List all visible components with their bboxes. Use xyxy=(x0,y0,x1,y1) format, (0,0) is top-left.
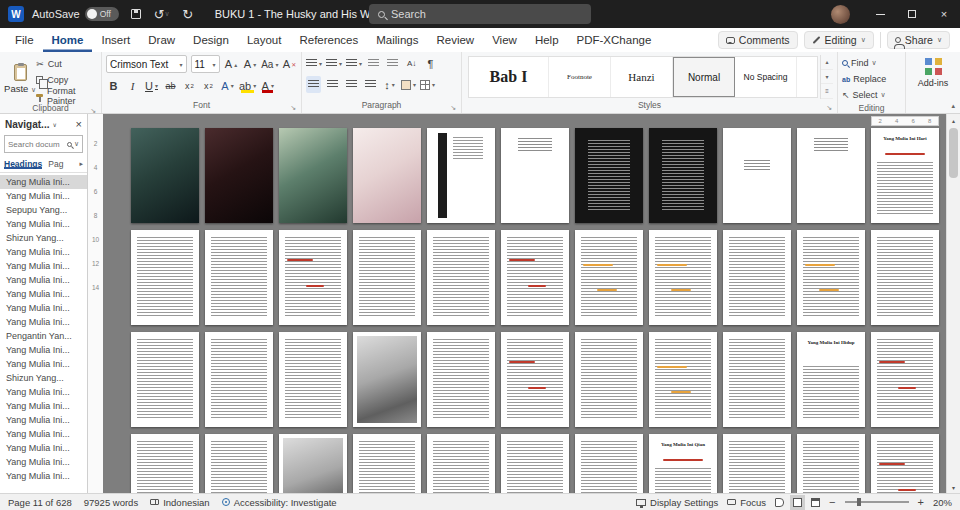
page-thumbnail[interactable] xyxy=(723,332,791,427)
nav-heading-item[interactable]: Shizun Yang... xyxy=(0,231,87,245)
page-thumbnail[interactable] xyxy=(871,434,939,493)
autosave-switch[interactable]: Off xyxy=(85,7,119,21)
page-thumbnail[interactable] xyxy=(131,332,199,427)
page-thumbnail[interactable] xyxy=(205,230,273,325)
nav-heading-item[interactable]: Pengantin Yan... xyxy=(0,329,87,343)
page-thumbnail[interactable] xyxy=(501,128,569,223)
nav-search-input[interactable]: Search docum ∨ xyxy=(4,135,83,153)
copy-button[interactable]: Copy xyxy=(36,73,97,86)
select-button[interactable]: ↖Select∨ xyxy=(842,88,901,102)
ribbon-tab-draw[interactable]: Draw xyxy=(139,28,184,52)
nav-heading-item[interactable]: Yang Mulia Ini... xyxy=(0,455,87,469)
page-thumbnail[interactable] xyxy=(279,128,347,223)
strikethrough-button[interactable]: ab xyxy=(163,77,178,94)
ribbon-tab-view[interactable]: View xyxy=(483,28,526,52)
align-right-button[interactable] xyxy=(344,76,359,93)
ribbon-tab-file[interactable]: File xyxy=(6,28,43,52)
comments-button[interactable]: Comments xyxy=(718,31,798,49)
italic-button[interactable]: I xyxy=(125,77,140,94)
align-left-button[interactable] xyxy=(306,76,321,93)
font-dialog-launcher-icon[interactable]: ↘ xyxy=(290,101,296,114)
page-thumbnail[interactable] xyxy=(649,230,717,325)
ribbon-tab-insert[interactable]: Insert xyxy=(92,28,139,52)
nav-heading-item[interactable]: Yang Mulia Ini... xyxy=(0,259,87,273)
display-settings-button[interactable]: Display Settings xyxy=(636,497,718,508)
show-marks-button[interactable]: ¶ xyxy=(423,55,438,72)
styles-gallery-expand-icon[interactable]: ≡ xyxy=(821,84,833,99)
shading-button[interactable]: ▾ xyxy=(401,76,416,93)
multilevel-list-button[interactable]: ▾ xyxy=(346,55,362,72)
zoom-level-button[interactable]: 20% xyxy=(933,497,952,508)
web-layout-button[interactable] xyxy=(811,498,820,507)
search-box[interactable]: Search xyxy=(369,4,591,24)
superscript-button[interactable]: x2 xyxy=(201,77,216,94)
nav-heading-item[interactable]: Yang Mulia Ini... xyxy=(0,427,87,441)
scrollbar-thumb[interactable] xyxy=(949,128,958,178)
nav-heading-item[interactable]: Yang Mulia Ini... xyxy=(0,469,87,483)
ribbon-tab-references[interactable]: References xyxy=(290,28,367,52)
font-color-button[interactable]: A▾ xyxy=(260,77,275,94)
page-thumbnail[interactable] xyxy=(501,332,569,427)
font-size-combo[interactable]: 11▾ xyxy=(191,55,220,73)
page-thumbnail[interactable] xyxy=(649,332,717,427)
page-thumbnail[interactable] xyxy=(575,332,643,427)
shrink-font-button[interactable]: A▾ xyxy=(243,56,258,73)
page-thumbnail[interactable] xyxy=(205,332,273,427)
bold-button[interactable]: B xyxy=(106,77,121,94)
highlight-color-button[interactable]: ab▾ xyxy=(239,77,256,94)
close-button[interactable]: × xyxy=(928,0,960,28)
zoom-slider[interactable] xyxy=(845,501,909,503)
page-thumbnail[interactable] xyxy=(797,230,865,325)
page-thumbnail[interactable] xyxy=(575,434,643,493)
numbering-button[interactable]: ▾ xyxy=(326,55,342,72)
styles-dialog-launcher-icon[interactable]: ↘ xyxy=(826,101,832,114)
share-button[interactable]: Share ∨ xyxy=(887,31,950,49)
page-thumbnail[interactable] xyxy=(279,332,347,427)
chevron-down-icon[interactable]: ∨ xyxy=(52,121,56,128)
page-thumbnail[interactable] xyxy=(131,434,199,493)
page-thumbnail[interactable] xyxy=(353,332,421,427)
nav-heading-item[interactable]: Yang Mulia Ini... xyxy=(0,357,87,371)
save-button[interactable] xyxy=(127,5,145,23)
page-thumbnail[interactable] xyxy=(723,434,791,493)
collapse-ribbon-icon[interactable]: ▴ xyxy=(951,102,955,110)
style-bab-i[interactable]: Bab I xyxy=(469,57,549,97)
ribbon-tab-layout[interactable]: Layout xyxy=(238,28,291,52)
decrease-indent-button[interactable] xyxy=(366,55,381,72)
nav-heading-item[interactable]: Yang Mulia Ini... xyxy=(0,441,87,455)
page-thumbnail[interactable] xyxy=(649,128,717,223)
nav-heading-item[interactable]: Yang Mulia Ini... xyxy=(0,301,87,315)
page-thumbnail[interactable] xyxy=(353,128,421,223)
nav-heading-item[interactable]: Yang Mulia Ini... xyxy=(0,413,87,427)
page-thumbnail[interactable] xyxy=(353,230,421,325)
style-no-spacing[interactable]: No Spacing xyxy=(735,57,797,97)
style-footnote[interactable]: Footnote xyxy=(549,57,611,97)
subscript-button[interactable]: x2 xyxy=(182,77,197,94)
nav-heading-item[interactable]: Yang Mulia Ini... xyxy=(0,287,87,301)
undo-button[interactable]: ↺∨ xyxy=(153,5,171,23)
page-thumbnail[interactable] xyxy=(575,230,643,325)
page-thumbnail[interactable] xyxy=(279,434,347,493)
page-thumbnail[interactable] xyxy=(797,128,865,223)
nav-heading-item[interactable]: Yang Mulia Ini... xyxy=(0,189,87,203)
bullets-button[interactable]: ▾ xyxy=(306,55,322,72)
zoom-slider-thumb[interactable] xyxy=(857,498,861,506)
nav-heading-item[interactable]: Yang Mulia Ini... xyxy=(0,245,87,259)
change-case-button[interactable]: Aa▾ xyxy=(262,56,278,73)
minimize-button[interactable] xyxy=(864,0,896,28)
page-thumbnail[interactable] xyxy=(131,128,199,223)
clipboard-dialog-launcher-icon[interactable]: ↘ xyxy=(90,104,96,117)
nav-heading-item[interactable]: Yang Mulia Ini... xyxy=(0,343,87,357)
page-thumbnail[interactable] xyxy=(575,128,643,223)
ribbon-tab-pdf-xchange[interactable]: PDF-XChange xyxy=(568,28,661,52)
underline-button[interactable]: U▾ xyxy=(144,77,159,94)
page-thumbnail[interactable] xyxy=(871,230,939,325)
page-number-indicator[interactable]: Page 11 of 628 xyxy=(8,497,72,508)
user-avatar[interactable] xyxy=(831,5,850,24)
page-thumbnail[interactable] xyxy=(723,128,791,223)
clear-formatting-button[interactable]: A✕ xyxy=(282,56,297,73)
styles-scroll-down-icon[interactable]: ▾ xyxy=(821,70,833,85)
page-thumbnail[interactable] xyxy=(279,230,347,325)
vertical-scrollbar[interactable]: ▴ ▾ xyxy=(946,114,960,493)
line-spacing-button[interactable]: ↕▾ xyxy=(382,76,397,93)
